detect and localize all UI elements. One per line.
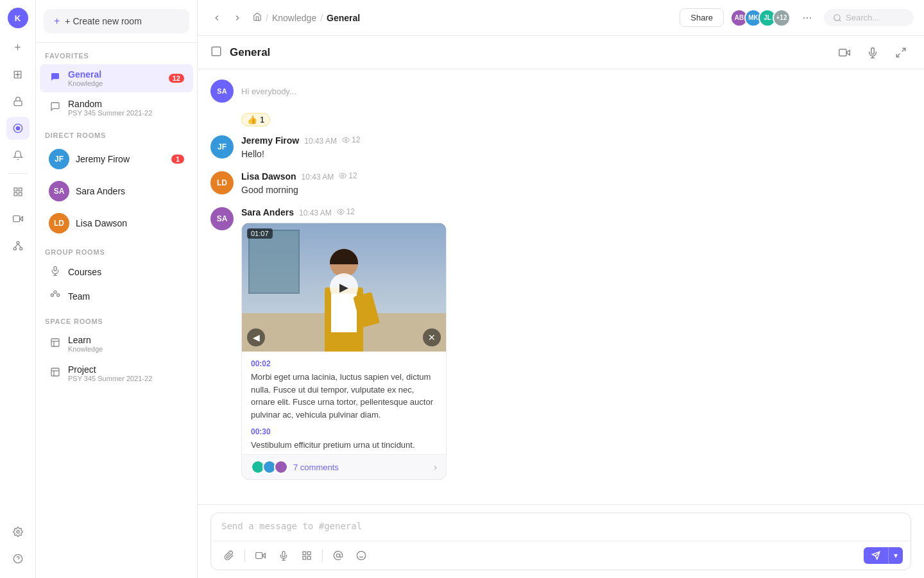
svg-point-38 [342,175,344,177]
sidebar-item-sara[interactable]: SA Sara Anders [40,176,193,207]
video-call-button[interactable] [834,42,855,63]
project-sub: PSY 345 Summer 2021-22 [68,375,184,382]
settings-icon[interactable] [6,520,30,543]
svg-line-36 [896,53,900,56]
thumbs-up-emoji: 👍 [247,115,257,124]
sidebar-item-courses[interactable]: Courses [40,260,193,284]
member-avatar-count: +12 [773,9,791,27]
lisa-avatar: LD [49,213,69,234]
share-button[interactable]: Share [680,8,724,27]
reaction-row: 👍 1 [241,110,911,126]
expand-button[interactable] [891,42,911,63]
message-input-area: ▾ [198,504,924,578]
breadcrumb-current: General [327,13,360,23]
more-button[interactable]: ··· [797,8,817,28]
svg-rect-45 [303,556,306,559]
video-close-button[interactable]: ✕ [423,328,441,346]
transcript-time-2: 00:30 [251,427,437,436]
grid-icon[interactable]: ⊞ [6,63,30,86]
general-badge: 12 [169,74,184,83]
video-prev-button[interactable]: ◀ [247,328,265,346]
jeremy-msg-author: Jeremy Firow [241,135,299,146]
svg-rect-43 [303,552,306,555]
topbar: / Knowledge / General Share AB MK JL +12… [198,0,924,36]
add-icon[interactable]: + [6,36,30,59]
svg-point-10 [19,248,22,250]
attachment-button[interactable] [219,545,239,566]
svg-point-39 [339,211,341,213]
video-toolbar-button[interactable] [250,545,271,566]
thumbs-up-reaction[interactable]: 👍 1 [241,113,270,126]
svg-point-48 [357,551,365,559]
sidebar-top: + + Create new room [36,0,197,43]
message-input-box: ▾ [210,513,911,570]
mention-button[interactable] [328,545,348,566]
jeremy-msg-seen: 12 [342,135,360,144]
back-button[interactable] [208,9,226,27]
comments-bar[interactable]: 7 comments › [242,454,446,479]
svg-line-30 [839,19,841,21]
main-area: / Knowledge / General Share AB MK JL +12… [198,0,924,578]
courses-name: Courses [68,267,184,277]
svg-point-20 [57,294,60,296]
icon-rail: K + ⊞ [0,0,36,578]
message-row-jeremy: JF Jeremy Firow 10:43 AM 12 Hello! [210,135,911,161]
comment-avatars [251,460,288,474]
svg-line-35 [902,48,905,51]
sidebar-item-team[interactable]: Team [40,285,193,308]
svg-rect-44 [307,552,311,555]
sidebar-item-general[interactable]: General Knowledge 12 [40,64,193,92]
grid-toolbar-button[interactable] [296,545,317,566]
transcript-text-1: Morbi eget urna lacinia, luctus sapien v… [251,371,437,421]
video-play-button[interactable]: ▶ [330,273,358,302]
lisa-msg-avatar: LD [210,171,234,194]
home-icon[interactable] [253,12,262,23]
bell-icon[interactable] [6,144,30,167]
video-card: 01:07 ▶ ◀ ✕ 00:02 Morbi eget urna lacini… [241,223,447,480]
sidebar-item-random[interactable]: Random PSY 345 Summer 2021-22 [40,94,193,122]
emoji-button[interactable] [351,545,372,566]
forward-button[interactable] [228,9,246,27]
sara-msg-author: Sara Anders [241,207,294,217]
send-dropdown-button[interactable]: ▾ [888,547,903,564]
svg-rect-31 [212,47,221,56]
project-icon [49,367,62,380]
sidebar-item-project[interactable]: Project PSY 345 Summer 2021-22 [40,359,193,387]
video-transcript: 00:02 Morbi eget urna lacinia, luctus sa… [242,352,446,454]
search-placeholder-text: Search... [846,13,879,22]
channel-name: General [230,46,270,59]
jeremy-msg-avatar: JF [210,135,234,158]
connections-icon[interactable] [6,234,30,257]
comment-avatar-3 [274,460,288,474]
blocks-icon[interactable] [6,180,30,203]
message-input[interactable] [211,513,911,539]
svg-rect-26 [51,368,59,376]
transcript-text-2: Vestibulum efficitur pretium urna ut tin… [251,439,437,454]
breadcrumb-knowledge[interactable]: Knowledge [272,13,316,23]
help-icon[interactable] [6,547,30,570]
search-box[interactable]: Search... [824,9,914,26]
mic-button[interactable] [862,42,883,63]
sidebar-item-lisa[interactable]: LD Lisa Dawson [40,208,193,239]
previous-message-row: SA Hi everybody... [210,80,911,103]
svg-rect-4 [19,188,22,191]
lisa-msg-seen: 12 [339,171,357,180]
comments-count: 7 comments [293,463,339,472]
transcript-time-1: 00:02 [251,359,437,368]
plus-icon: + [54,15,60,27]
user-avatar[interactable]: K [8,8,28,28]
activity-icon[interactable] [6,117,30,140]
courses-icon [49,266,62,278]
sidebar-item-learn[interactable]: Learn Knowledge [40,330,193,358]
learn-icon [49,337,62,350]
camera2-icon[interactable] [6,207,30,230]
svg-rect-3 [14,188,17,191]
team-name: Team [68,291,184,302]
send-button[interactable] [864,547,888,564]
create-room-button[interactable]: + + Create new room [44,9,189,33]
general-icon [49,72,62,85]
mic-toolbar-button[interactable] [273,545,294,566]
lock-icon[interactable] [6,90,30,113]
messages-area: SA Hi everybody... 👍 1 JF Jeremy Firow 1… [198,69,924,504]
sidebar-item-jeremy[interactable]: JF Jeremy Firow 1 [40,144,193,174]
